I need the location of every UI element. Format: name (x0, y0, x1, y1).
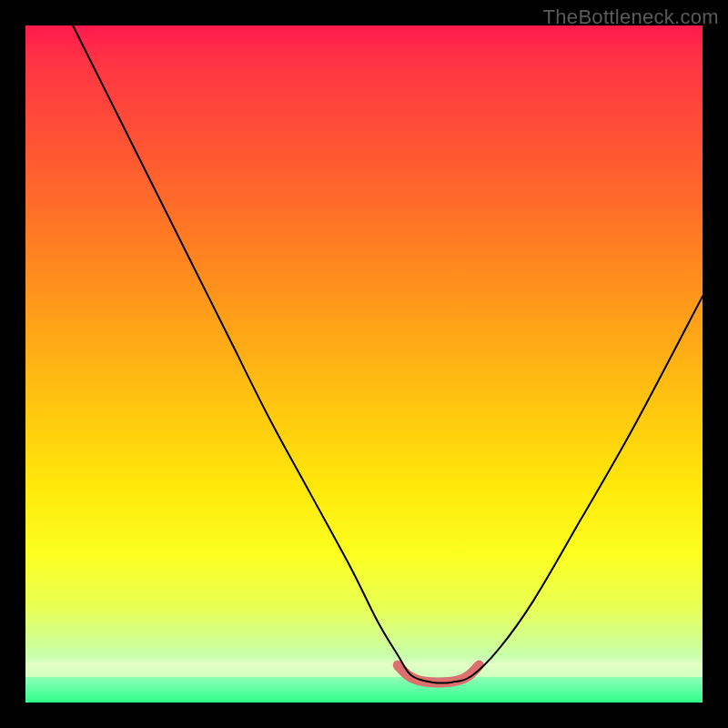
watermark-text: TheBottleneck.com (543, 5, 719, 29)
chart-plot-area (25, 25, 703, 703)
bottleneck-curve-path (73, 25, 703, 683)
chart-svg (25, 25, 703, 703)
